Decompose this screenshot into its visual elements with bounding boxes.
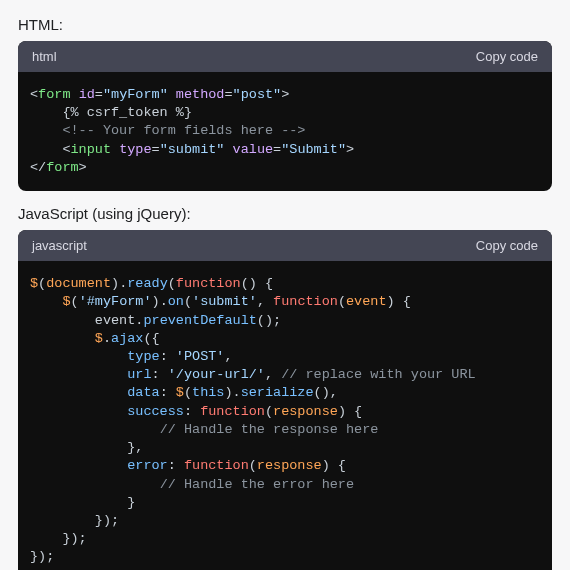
code-header: javascript Copy code bbox=[18, 230, 552, 261]
lang-label: javascript bbox=[32, 238, 87, 253]
js-heading: JavaScript (using jQuery): bbox=[18, 205, 552, 222]
js-code-block: javascript Copy code $(document).ready(f… bbox=[18, 230, 552, 570]
html-code: <form id="myForm" method="post"> {% csrf… bbox=[18, 72, 552, 191]
copy-button[interactable]: Copy code bbox=[476, 49, 538, 64]
lang-label: html bbox=[32, 49, 57, 64]
html-code-block: html Copy code <form id="myForm" method=… bbox=[18, 41, 552, 191]
code-header: html Copy code bbox=[18, 41, 552, 72]
page: HTML: html Copy code <form id="myForm" m… bbox=[0, 0, 570, 570]
copy-button[interactable]: Copy code bbox=[476, 238, 538, 253]
js-code: $(document).ready(function() { $('#myFor… bbox=[18, 261, 552, 570]
html-heading: HTML: bbox=[18, 16, 552, 33]
